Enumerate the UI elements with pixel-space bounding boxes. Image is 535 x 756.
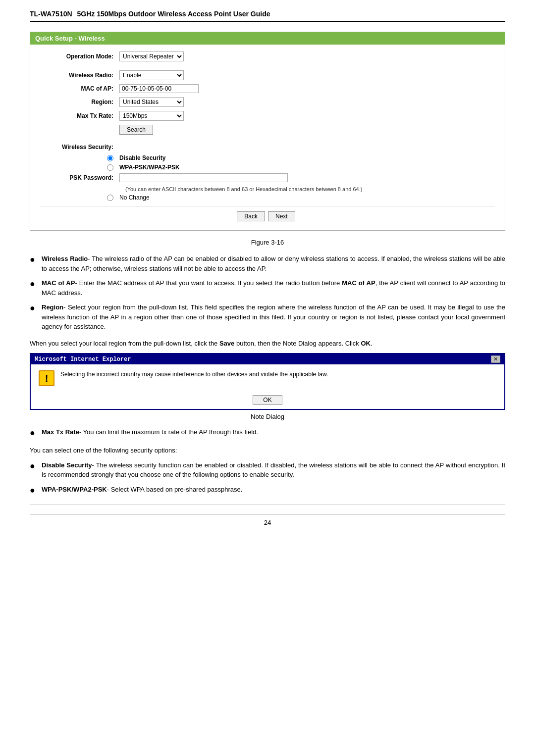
device-model: TL-WA7510N bbox=[30, 10, 72, 18]
bullet-item-wpa-psk: ● WPA-PSK/WPA2-PSK- Select WPA based on … bbox=[30, 485, 505, 496]
security-intro: You can select one of the following secu… bbox=[30, 446, 505, 455]
region-select[interactable]: United States bbox=[119, 97, 184, 107]
disable-security-radio-area bbox=[40, 155, 119, 161]
panel-title: Quick Setup - Wireless bbox=[30, 32, 505, 45]
max-tx-rate-row: Max Tx Rate: 150Mbps bbox=[40, 111, 495, 121]
ie-dialog: Microsoft Internet Explorer ✕ ! Selectin… bbox=[30, 353, 505, 410]
wpa-psk-row: WPA-PSK/WPA2-PSK bbox=[40, 164, 495, 171]
bullet-item-region: ● Region- Select your region from the pu… bbox=[30, 302, 505, 332]
bullet-item-mac-of-ap: ● MAC of AP- Enter the MAC address of AP… bbox=[30, 278, 505, 298]
wpa-psk-radio-area bbox=[40, 164, 119, 171]
bullet-dot-1: ● bbox=[30, 254, 39, 265]
wireless-radio-control: Enable bbox=[119, 70, 184, 80]
no-change-radio-area bbox=[40, 195, 119, 201]
note-dialog-caption: Note Dialog bbox=[30, 413, 505, 420]
wpa-psk-radio[interactable] bbox=[107, 164, 113, 171]
psk-password-input[interactable] bbox=[119, 173, 288, 182]
ie-dialog-close-button[interactable]: ✕ bbox=[491, 355, 500, 363]
bullet-content-disable-security: Disable Security- The wireless security … bbox=[42, 460, 505, 480]
max-tx-rate-select[interactable]: 150Mbps bbox=[119, 111, 184, 121]
operation-mode-row: Operation Mode: Universal Repeater bbox=[40, 51, 495, 61]
wireless-radio-select[interactable]: Enable bbox=[119, 70, 184, 80]
figure-caption: Figure 3-16 bbox=[30, 239, 505, 246]
bullet-content-mac-of-ap: MAC of AP- Enter the MAC address of AP t… bbox=[42, 278, 505, 298]
operation-mode-control: Universal Repeater bbox=[119, 51, 184, 61]
bullet-content-region: Region- Select your region from the pull… bbox=[42, 302, 505, 332]
ie-dialog-btn-row: OK bbox=[31, 392, 504, 409]
no-change-row: No Change bbox=[40, 194, 495, 201]
psk-password-row: PSK Password: bbox=[40, 173, 495, 182]
mac-of-ap-label: MAC of AP: bbox=[40, 85, 119, 92]
back-button[interactable]: Back bbox=[237, 211, 265, 221]
psk-hint: (You can enter ASCII characters between … bbox=[125, 186, 495, 192]
mac-of-ap-control: 00-75-10-05-05-00 bbox=[119, 84, 199, 93]
bullet-dot-4: ● bbox=[30, 427, 39, 439]
bullet-dot-2: ● bbox=[30, 278, 39, 290]
search-control: Search bbox=[119, 125, 156, 135]
page-number: 24 bbox=[30, 514, 505, 526]
page-header: TL-WA7510N 5GHz 150Mbps Outdoor Wireless… bbox=[30, 10, 505, 22]
search-row: Search bbox=[40, 125, 495, 135]
max-tx-rate-control: 150Mbps bbox=[119, 111, 184, 121]
bullet-section-3: ● Disable Security- The wireless securit… bbox=[30, 460, 505, 496]
wpa-psk-label: WPA-PSK/WPA2-PSK bbox=[119, 164, 180, 171]
bullet-content-max-tx-rate: Max Tx Rate- You can limit the maximum t… bbox=[42, 427, 258, 437]
region-label: Region: bbox=[40, 99, 119, 105]
ie-ok-button[interactable]: OK bbox=[253, 395, 282, 405]
psk-password-control bbox=[119, 173, 288, 182]
bullet-item-max-tx-rate: ● Max Tx Rate- You can limit the maximum… bbox=[30, 427, 505, 439]
operation-mode-select[interactable]: Universal Repeater bbox=[119, 51, 184, 61]
mac-of-ap-row: MAC of AP: 00-75-10-05-05-00 bbox=[40, 84, 495, 93]
wireless-radio-row: Wireless Radio: Enable bbox=[40, 70, 495, 80]
disable-security-radio[interactable] bbox=[107, 155, 113, 161]
next-button[interactable]: Next bbox=[268, 211, 295, 221]
region-row: Region: United States bbox=[40, 97, 495, 107]
bullet-content-wireless-radio: Wireless Radio- The wireless radio of th… bbox=[42, 254, 505, 273]
search-button[interactable]: Search bbox=[119, 125, 153, 135]
bullet-dot-5: ● bbox=[30, 460, 39, 472]
bullet-item-wireless-radio: ● Wireless Radio- The wireless radio of … bbox=[30, 254, 505, 273]
wireless-security-label: Wireless Security: bbox=[40, 144, 119, 151]
no-change-label: No Change bbox=[119, 194, 150, 201]
ie-dialog-message: Selecting the incorrect country may caus… bbox=[60, 370, 328, 379]
disable-security-label: Disable Security bbox=[119, 154, 165, 161]
psk-password-label: PSK Password: bbox=[40, 174, 119, 181]
operation-mode-label: Operation Mode: bbox=[40, 53, 119, 60]
panel-body: Operation Mode: Universal Repeater Wirel… bbox=[30, 45, 505, 230]
bullet-item-disable-security: ● Disable Security- The wireless securit… bbox=[30, 460, 505, 480]
quick-setup-panel: Quick Setup - Wireless Operation Mode: U… bbox=[30, 32, 505, 231]
ie-dialog-titlebar: Microsoft Internet Explorer ✕ bbox=[31, 354, 504, 364]
max-tx-rate-label: Max Tx Rate: bbox=[40, 112, 119, 119]
page-divider bbox=[30, 504, 505, 504]
note-paragraph: When you select your local region from t… bbox=[30, 339, 505, 349]
wireless-security-row: Wireless Security: bbox=[40, 144, 495, 151]
bullet-dot-6: ● bbox=[30, 485, 39, 496]
navigation-buttons: Back Next bbox=[40, 206, 495, 223]
wireless-radio-label: Wireless Radio: bbox=[40, 72, 119, 79]
ie-dialog-body: ! Selecting the incorrect country may ca… bbox=[31, 364, 504, 392]
disable-security-row: Disable Security bbox=[40, 154, 495, 161]
bullet-section-2: ● Max Tx Rate- You can limit the maximum… bbox=[30, 427, 505, 439]
mac-of-ap-input[interactable]: 00-75-10-05-05-00 bbox=[119, 84, 199, 93]
ie-dialog-title: Microsoft Internet Explorer bbox=[35, 356, 131, 363]
bullet-dot-3: ● bbox=[30, 302, 39, 314]
bullet-section-1: ● Wireless Radio- The wireless radio of … bbox=[30, 254, 505, 332]
region-control: United States bbox=[119, 97, 184, 107]
no-change-radio[interactable] bbox=[107, 195, 113, 201]
bullet-content-wpa-psk: WPA-PSK/WPA2-PSK- Select WPA based on pr… bbox=[42, 485, 242, 495]
guide-title: 5GHz 150Mbps Outdoor Wireless Access Poi… bbox=[77, 10, 270, 18]
ie-warning-icon: ! bbox=[39, 370, 54, 386]
